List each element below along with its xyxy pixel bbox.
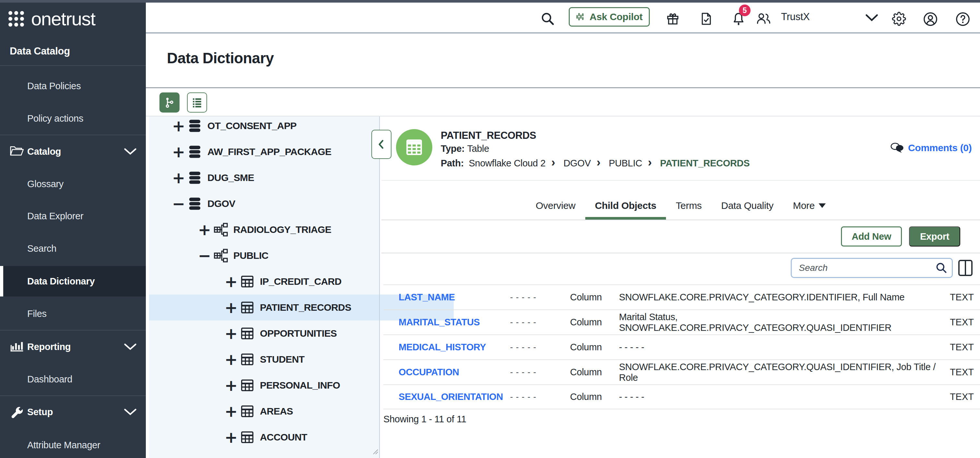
expand-icon[interactable]: +: [224, 378, 239, 393]
header-divider: [146, 87, 980, 88]
tree-view-toggle-button[interactable]: [159, 93, 180, 113]
people-icon[interactable]: [756, 12, 771, 26]
search-icon[interactable]: [541, 12, 555, 26]
expand-icon[interactable]: +: [197, 222, 212, 237]
table-row[interactable]: SEXUAL_ORIENTATION - - - - - Column - - …: [383, 385, 980, 409]
tab-data-quality[interactable]: Data Quality: [711, 191, 783, 220]
tab-terms[interactable]: Terms: [666, 191, 711, 220]
search-icon[interactable]: [935, 262, 948, 274]
row-attributes: - - - - -: [510, 342, 570, 352]
account-icon[interactable]: [923, 12, 938, 26]
tree-item-label: DUG_SME: [207, 172, 254, 183]
tree-item-account[interactable]: + ACCOUNT: [149, 424, 454, 450]
chevron-down-icon[interactable]: [123, 343, 137, 351]
row-description: Marital Status, SNOWFLAKE.CORE.PRIVACY_C…: [619, 312, 938, 333]
row-description: - - - - -: [619, 391, 938, 402]
row-datatype: TEXT: [938, 317, 974, 328]
tree-item-dug-sme[interactable]: + DUG_SME: [149, 165, 401, 191]
gift-icon[interactable]: [666, 12, 680, 26]
sidebar-item-glossary[interactable]: Glossary: [0, 171, 146, 197]
chevron-down-icon[interactable]: [123, 408, 137, 416]
sidebar-item-reporting[interactable]: Reporting: [0, 334, 146, 360]
sidebar-item-data-dictionary[interactable]: Data Dictionary: [0, 266, 146, 297]
sidebar-item-files[interactable]: Files: [0, 301, 146, 327]
sidebar-item-catalog[interactable]: Catalog: [0, 139, 146, 164]
column-name-link[interactable]: MARITAL_STATUS: [399, 317, 510, 328]
sidebar-item-setup[interactable]: Setup: [0, 399, 146, 425]
tab-overview[interactable]: Overview: [526, 191, 585, 220]
gear-icon[interactable]: [892, 12, 906, 26]
expand-icon[interactable]: +: [224, 274, 239, 289]
document-check-icon[interactable]: [699, 12, 713, 26]
table-row[interactable]: MARITAL_STATUS - - - - - Column Marital …: [383, 310, 980, 334]
help-icon[interactable]: [955, 12, 970, 26]
column-settings-button[interactable]: [958, 260, 972, 276]
table-row[interactable]: MEDICAL_HISTORY - - - - - Column - - - -…: [383, 334, 980, 359]
column-name-link[interactable]: OCCUPATION: [399, 367, 510, 378]
tree-item-radiology-triage[interactable]: + RADIOLOGY_TRIAGE: [149, 217, 427, 243]
table-icon: [240, 352, 255, 367]
resize-handle[interactable]: [373, 449, 379, 455]
sidebar-item-search[interactable]: Search: [0, 236, 146, 262]
tree-item-aw-first-app-package[interactable]: + AW_FIRST_APP_PACKAGE: [149, 139, 401, 165]
collapse-tree-button[interactable]: [371, 130, 391, 159]
breadcrumb-item-current: PATIENT_RECORDS: [660, 158, 749, 169]
expand-icon[interactable]: +: [224, 352, 239, 367]
sidebar-item-policy-actions[interactable]: Policy actions: [0, 105, 146, 131]
column-name-link[interactable]: SEXUAL_ORIENTATION: [399, 391, 510, 402]
add-new-button[interactable]: Add New: [841, 227, 902, 247]
table-row[interactable]: LAST_NAME - - - - - Column SNOWFLAKE.COR…: [383, 284, 980, 310]
table-search: [791, 258, 953, 278]
column-name-link[interactable]: MEDICAL_HISTORY: [399, 342, 510, 353]
onetrust-data-catalog-window: onetrust Data Catalog Data Policies Poli…: [0, 0, 980, 458]
logo-text: onetrust: [31, 7, 95, 30]
sidebar-divider: [0, 65, 146, 66]
onetrust-logo[interactable]: onetrust: [8, 7, 95, 30]
export-button[interactable]: Export: [909, 227, 960, 247]
expand-icon[interactable]: +: [171, 118, 186, 133]
detail-header-divider: [382, 180, 980, 181]
chevron-down-icon[interactable]: [123, 147, 137, 156]
expand-icon[interactable]: +: [171, 144, 186, 159]
wrench-icon: [10, 405, 24, 418]
tree-item-public[interactable]: − PUBLIC: [149, 243, 427, 268]
panel-divider[interactable]: [379, 116, 380, 458]
table-icon: [240, 274, 255, 289]
column-name-link[interactable]: LAST_NAME: [399, 292, 510, 303]
table-row[interactable]: OCCUPATION - - - - - Column SNOWFLAKE.CO…: [383, 359, 980, 385]
tree-item-label: STUDENT: [260, 354, 304, 365]
chevron-down-icon[interactable]: [865, 14, 879, 23]
row-type: Column: [570, 317, 619, 328]
expand-icon[interactable]: +: [171, 170, 186, 185]
sidebar-item-label: Data Explorer: [27, 211, 83, 222]
comments-link[interactable]: Comments (0): [890, 142, 972, 154]
app-grid-icon[interactable]: [8, 11, 24, 27]
list-view-toggle-button[interactable]: [187, 93, 207, 113]
tab-more[interactable]: More: [783, 191, 835, 220]
sidebar-item-dashboard[interactable]: Dashboard: [0, 366, 146, 392]
ask-copilot-button[interactable]: Ask Copilot: [569, 7, 650, 27]
notification-badge[interactable]: 5: [739, 5, 751, 16]
sidebar-item-attribute-manager[interactable]: Attribute Manager: [0, 432, 146, 458]
sidebar-item-label: Catalog: [27, 146, 61, 157]
breadcrumb-item[interactable]: PUBLIC: [609, 156, 657, 170]
tree-item-ot-consent-app[interactable]: + OT_CONSENT_APP: [149, 113, 401, 139]
row-attributes: - - - - -: [510, 292, 570, 302]
tree-item-dgov[interactable]: − DGOV: [149, 191, 401, 217]
collapse-icon[interactable]: −: [171, 196, 186, 211]
breadcrumb-item[interactable]: DGOV: [563, 156, 606, 170]
expand-icon[interactable]: +: [224, 430, 239, 445]
expand-icon[interactable]: +: [224, 404, 239, 419]
org-name-label[interactable]: TrustX: [781, 11, 810, 23]
table-icon: [240, 300, 255, 315]
caret-down-icon: [819, 203, 826, 208]
sidebar-item-data-policies[interactable]: Data Policies: [0, 73, 146, 99]
breadcrumb-item[interactable]: Snowflake Cloud 2: [469, 156, 561, 170]
sidebar-item-data-explorer[interactable]: Data Explorer: [0, 203, 146, 229]
page-title: Data Dictionary: [167, 49, 274, 67]
tab-child-objects[interactable]: Child Objects: [585, 191, 666, 220]
collapse-icon[interactable]: −: [197, 248, 212, 263]
expand-icon[interactable]: +: [224, 300, 239, 315]
expand-icon[interactable]: +: [224, 326, 239, 341]
search-input[interactable]: [791, 258, 953, 278]
